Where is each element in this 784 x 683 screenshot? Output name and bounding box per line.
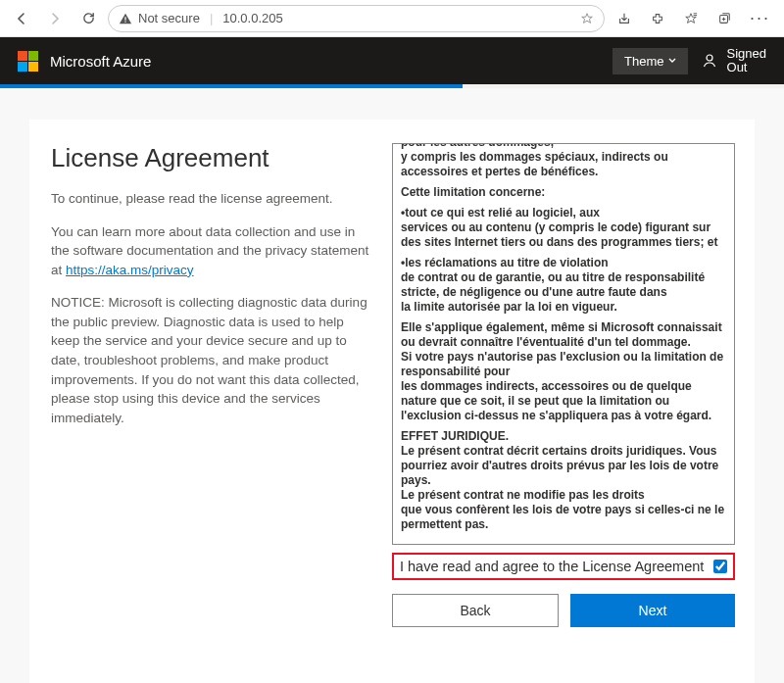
browser-bar: Not secure | 10.0.0.205 ··· [0, 0, 784, 37]
right-pane: DOMMAGES. Vous pouvez obtenir de Microso… [392, 143, 735, 663]
left-pane: License Agreement To continue, please re… [51, 143, 372, 663]
license-line: les dommages indirects, accessoires ou d… [401, 379, 711, 422]
signed-label-2: Out [727, 61, 766, 74]
license-text-box[interactable]: DOMMAGES. Vous pouvez obtenir de Microso… [392, 143, 735, 545]
notice-paragraph: NOTICE: Microsoft is collecting diagnost… [51, 293, 372, 427]
privacy-link[interactable]: https://aka.ms/privacy [66, 263, 194, 277]
license-line: services ou au contenu (y compris le cod… [401, 220, 717, 249]
signed-label-1: Signed [727, 47, 766, 61]
warning-icon [119, 12, 132, 25]
button-row: Back Next [392, 594, 735, 627]
forward-nav-icon [41, 5, 69, 32]
address-separator: | [210, 11, 213, 25]
license-line: Elle s'applique également, même si Micro… [401, 320, 722, 349]
azure-header: Microsoft Azure Theme Signed Out [0, 37, 784, 84]
license-line: •tout ce qui est relié au logiciel, aux [401, 206, 600, 220]
next-button[interactable]: Next [570, 594, 735, 627]
page-title: License Agreement [51, 143, 372, 173]
agree-label: I have read and agree to the License Agr… [400, 559, 704, 574]
license-heading: Cette limitation concerne: [401, 185, 545, 199]
content-wrap: License Agreement To continue, please re… [0, 88, 784, 683]
person-icon [700, 53, 719, 69]
license-line: Le présent contrat ne modifie pas les dr… [401, 488, 645, 502]
card: License Agreement To continue, please re… [29, 120, 755, 683]
license-line: Le présent contrat décrit certains droit… [401, 444, 718, 487]
brand-label: Microsoft Azure [50, 53, 601, 70]
svg-rect-0 [124, 17, 125, 21]
agree-checkbox[interactable] [713, 560, 727, 573]
star-plus-icon[interactable] [580, 12, 594, 25]
license-line: de contrat ou de garantie, ou au titre d… [401, 270, 705, 299]
download-icon[interactable] [611, 5, 638, 32]
address-bar[interactable]: Not secure | 10.0.0.205 [108, 5, 605, 32]
chevron-down-icon [668, 57, 676, 65]
theme-button[interactable]: Theme [612, 48, 687, 74]
license-line: Si votre pays n'autorise pas l'exclusion… [401, 350, 723, 378]
svg-rect-1 [124, 21, 125, 22]
svg-point-5 [707, 55, 712, 61]
license-line: y compris les dommages spéciaux, indirec… [401, 150, 668, 178]
license-line: que vous confèrent les lois de votre pay… [401, 503, 724, 531]
more-menu-icon[interactable]: ··· [744, 8, 776, 28]
back-nav-icon[interactable] [8, 5, 35, 32]
privacy-paragraph: You can learn more about data collection… [51, 222, 372, 280]
favorites-icon[interactable] [677, 5, 705, 32]
collections-icon[interactable] [710, 5, 738, 32]
refresh-icon[interactable] [74, 5, 102, 32]
agree-row[interactable]: I have read and agree to the License Agr… [392, 553, 735, 580]
license-line: US. Vous ne pouvez prétendre à aucune in… [401, 143, 708, 149]
microsoft-logo-icon [18, 51, 38, 72]
theme-label: Theme [624, 54, 663, 69]
user-block[interactable]: Signed Out [700, 47, 766, 75]
intro-text: To continue, please read the license agr… [51, 189, 372, 209]
back-button[interactable]: Back [392, 594, 559, 627]
license-line: •les réclamations au titre de violation [401, 256, 609, 269]
url-text: 10.0.0.205 [222, 11, 282, 25]
security-label: Not secure [138, 11, 200, 25]
license-heading: EFFET JURIDIQUE. [401, 429, 509, 443]
license-line: la limite autorisée par la loi en vigueu… [401, 300, 617, 314]
extensions-icon[interactable] [644, 5, 671, 32]
